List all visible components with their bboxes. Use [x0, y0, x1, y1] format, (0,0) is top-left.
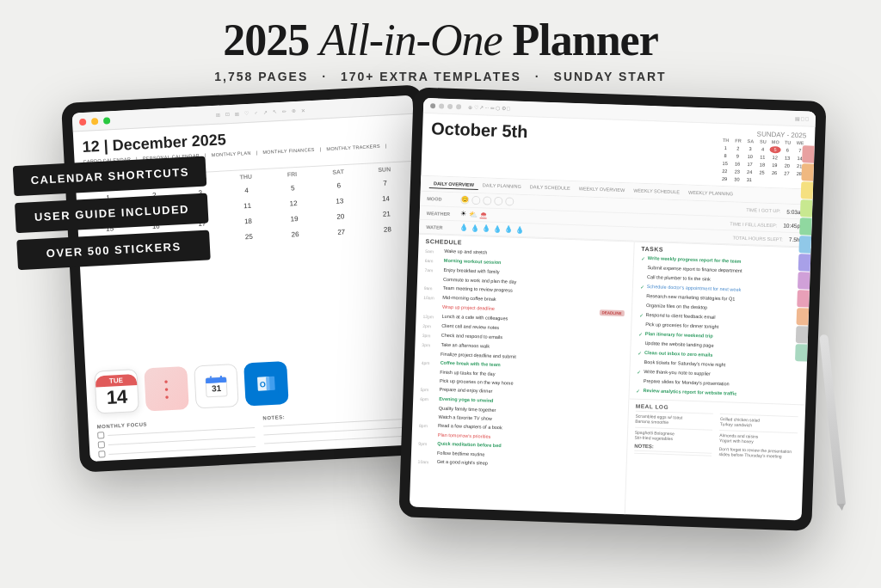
- subtitle-pages: 1,758 PAGES: [214, 70, 308, 83]
- color-tab-jan[interactable]: [802, 145, 815, 162]
- mini-cal-cell: 3: [744, 145, 756, 152]
- color-tab-apr[interactable]: [800, 199, 813, 217]
- svg-text:O: O: [260, 380, 267, 389]
- close-dot: [79, 118, 86, 125]
- mood-2[interactable]: [471, 196, 480, 205]
- mood-1[interactable]: 😊: [460, 196, 469, 205]
- weather-cloudy[interactable]: ⛅: [469, 211, 477, 218]
- mood-5[interactable]: [505, 197, 514, 205]
- subtitle-templates: 170+ EXTRA TEMPLATES: [341, 70, 521, 83]
- color-tab-aug[interactable]: [798, 272, 810, 289]
- water-drop-4[interactable]: 💧: [493, 225, 502, 233]
- tablet-left: ⊞ ⊡ ⊠ ♡ ♂ ↗ ↖ ✏ ⊕ ✕ 12 | December 2025 C…: [61, 84, 441, 472]
- note-line: [263, 426, 421, 436]
- status-dot: [430, 103, 435, 108]
- color-tab-may[interactable]: [799, 217, 812, 235]
- planner-date: October 5th: [431, 119, 528, 142]
- user-guide-badge: USER GUIDE INCLUDED: [15, 193, 209, 234]
- color-tab-dec[interactable]: [795, 344, 808, 361]
- meal-log-col4: Almonds and raisins Yogurt with honey: [719, 430, 798, 445]
- page-header: 2025 All-in-One Planner 1,758 PAGES · 17…: [214, 0, 666, 90]
- cal-tab: MONTHLY TRACKERS: [326, 144, 380, 151]
- mini-cal-cell: 16: [731, 161, 743, 168]
- cal-cell: 5: [269, 180, 316, 196]
- color-tab-jul[interactable]: [798, 254, 811, 271]
- mini-cal-cell: 23: [731, 168, 743, 175]
- tab-weekly-planning[interactable]: WEEKLY PLANNING: [684, 188, 737, 199]
- meal-log-col: Scrambled eggs w/ toast Banana smoothie: [635, 411, 713, 426]
- main-title: 2025 All-in-One Planner: [214, 15, 666, 64]
- reminders-icon[interactable]: ●●●: [144, 366, 189, 412]
- tab-daily-planning[interactable]: DAILY PLANNING: [478, 181, 526, 192]
- mini-cal-cell: 25: [756, 169, 768, 176]
- cal-cell: 11: [224, 198, 270, 214]
- cal-cell: 4: [223, 182, 269, 199]
- tab-daily-schedule[interactable]: DAILY SCHEDULE: [526, 182, 575, 193]
- color-tab-mar[interactable]: [801, 181, 814, 199]
- bottom-icons-row: TUE 14 ●●● 31: [94, 361, 288, 414]
- mini-cal-header: FR: [732, 138, 744, 144]
- tab-daily-overview[interactable]: DAILY OVERVIEW: [429, 179, 478, 190]
- badges-container: CALENDAR SHORTCUTS USER GUIDE INCLUDED O…: [13, 156, 211, 271]
- status-dot: [456, 104, 461, 109]
- cal-cell: 7: [361, 175, 408, 191]
- cal-cell: 25: [225, 229, 272, 245]
- water-drop-1[interactable]: 💧: [459, 224, 468, 232]
- mini-cal-cell: 17: [744, 161, 756, 168]
- mini-cal-cell: 11: [756, 154, 768, 161]
- google-calendar-icon[interactable]: 31: [194, 364, 239, 409]
- mini-cal-cell: 6: [782, 147, 794, 154]
- color-tab-oct[interactable]: [796, 308, 809, 325]
- weather-sunny[interactable]: ☀: [460, 211, 466, 218]
- subtitle-start: SUNDAY START: [554, 70, 667, 83]
- status-icons-right: ▤ □ □: [795, 115, 809, 122]
- cal-cell: [273, 242, 319, 258]
- calendar-shortcuts-badge: CALENDAR SHORTCUTS: [13, 156, 207, 197]
- weather-selector: ☀ ⛅ 🌧: [460, 211, 487, 219]
- calendar-date-widget: TUE 14: [94, 369, 139, 414]
- svg-text:31: 31: [212, 383, 222, 394]
- wifi-icon: ▤ □ □: [795, 115, 809, 122]
- mini-cal-header: TU: [782, 139, 794, 146]
- water-drop-5[interactable]: 💧: [504, 225, 513, 233]
- mini-cal-cell: 27: [781, 170, 793, 177]
- minimize-dot: [91, 118, 98, 125]
- dot1: ·: [322, 70, 332, 83]
- mini-cal-header: SU: [757, 138, 769, 145]
- tasks-column: TASKS ✓Write weekly progress report for …: [623, 242, 810, 521]
- total-hours-label: TOTAL HOURS SLEPT:: [733, 235, 783, 242]
- mini-cal-cell: 22: [719, 168, 731, 175]
- color-tab-sep[interactable]: [797, 290, 810, 307]
- cal-cell: 13: [317, 193, 363, 209]
- meal-log-grid2: Spaghetti Bolognese Stir-fried vegetable…: [635, 427, 798, 446]
- mini-cal-header: MO: [769, 138, 781, 145]
- color-tab-jun[interactable]: [798, 236, 811, 253]
- title-end: Planner: [513, 15, 658, 64]
- mood-3[interactable]: [483, 197, 491, 205]
- notes-right: Don't forget to review the presentation …: [718, 446, 797, 461]
- tablet-left-screen: ⊞ ⊡ ⊠ ♡ ♂ ↗ ↖ ✏ ⊕ ✕ 12 | December 2025 C…: [72, 95, 431, 462]
- color-tab-nov[interactable]: [796, 326, 809, 343]
- mini-cal-cell: 12: [769, 154, 781, 161]
- stylus-pen: [819, 334, 846, 506]
- weather-rainy[interactable]: 🌧: [480, 211, 487, 218]
- title-year: 2025: [223, 15, 309, 64]
- time-got-up-label: TIME I GOT UP:: [746, 207, 780, 213]
- subtitle: 1,758 PAGES · 170+ EXTRA TEMPLATES · SUN…: [214, 70, 666, 83]
- right-header-right: SUNDAY - 2025 TH FR SA SU MO TU WE 1 2: [718, 129, 806, 185]
- svg-rect-8: [266, 377, 275, 391]
- mini-cal-cell: 4: [757, 146, 769, 153]
- mini-cal-grid: TH FR SA SU MO TU WE 1 2 3 4 5 6: [718, 137, 806, 185]
- outlook-icon[interactable]: O: [243, 361, 289, 407]
- status-dot: [447, 104, 453, 109]
- note-line: [634, 453, 712, 456]
- water-drop-2[interactable]: 💧: [471, 224, 479, 232]
- color-tab-feb[interactable]: [801, 163, 814, 181]
- cal-cell: 18: [225, 213, 271, 230]
- water-drop-6[interactable]: 💧: [515, 226, 524, 234]
- tab-weekly-overview[interactable]: WEEKLY OVERVIEW: [575, 184, 630, 195]
- dot2: ·: [535, 70, 545, 83]
- tab-weekly-schedule[interactable]: WEEKLY SCHEDULE: [629, 186, 684, 197]
- mood-4[interactable]: [494, 197, 502, 205]
- water-drop-3[interactable]: 💧: [482, 224, 490, 232]
